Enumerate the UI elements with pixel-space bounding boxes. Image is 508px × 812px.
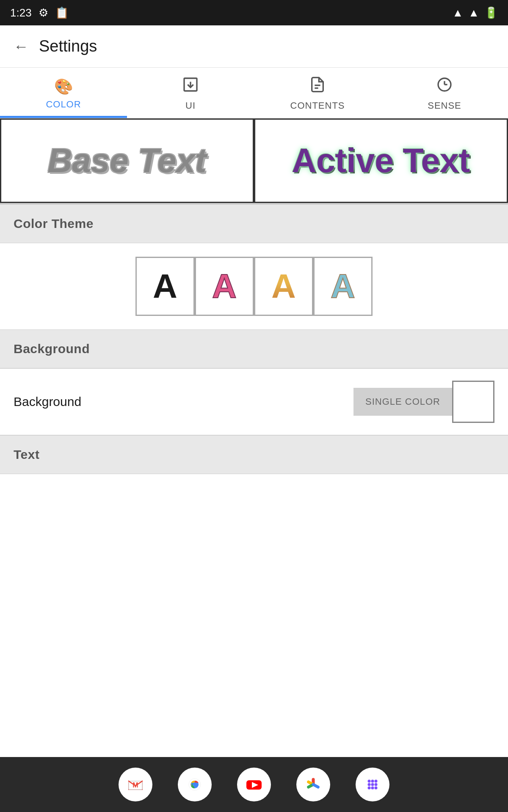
svg-point-22 <box>368 783 371 786</box>
color-theme-title: Color Theme <box>14 217 94 230</box>
nav-photos[interactable] <box>296 768 330 801</box>
base-text-preview: Base Text <box>0 118 254 203</box>
background-header: Background <box>0 329 508 368</box>
background-row: Background SINGLE COLOR <box>0 368 508 435</box>
signal-icon: ▲ <box>468 6 479 19</box>
color-theme-header: Color Theme <box>0 204 508 243</box>
theme-item-1[interactable]: A <box>135 257 195 316</box>
settings-icon: ⚙ <box>39 6 48 19</box>
text-header: Text <box>0 435 508 474</box>
tab-sense[interactable]: SENSE <box>381 68 508 118</box>
back-button[interactable]: ← <box>14 38 29 55</box>
app-bar: ← Settings <box>0 25 508 68</box>
bottom-nav: M <box>0 757 508 812</box>
theme-letter-plain: A <box>153 269 177 303</box>
color-theme-row: A A A A <box>0 243 508 329</box>
svg-point-13 <box>193 782 197 787</box>
status-bar: 1:23 ⚙ 📋 ▲ ▲ 🔋 <box>0 0 508 25</box>
background-label: Background <box>14 395 81 409</box>
theme-letter-blue-tan: A <box>331 269 355 303</box>
active-text-label: Active Text <box>292 141 470 180</box>
svg-point-20 <box>371 780 374 783</box>
text-title: Text <box>14 447 39 461</box>
svg-point-24 <box>375 783 378 786</box>
theme-letter-pink: A <box>212 269 237 303</box>
single-color-button[interactable]: SINGLE COLOR <box>353 388 452 416</box>
base-text-label: Base Text <box>48 141 207 180</box>
color-swatch[interactable] <box>452 381 494 423</box>
svg-point-21 <box>375 780 378 783</box>
background-title: Background <box>14 342 90 356</box>
svg-point-23 <box>371 783 374 786</box>
background-options: SINGLE COLOR <box>353 381 494 423</box>
nav-apps[interactable] <box>356 768 389 801</box>
tab-color[interactable]: 🎨 COLOR <box>0 68 127 118</box>
tabs-container: 🎨 COLOR UI CONTENTS <box>0 68 508 118</box>
svg-point-27 <box>375 787 378 790</box>
tab-ui-label: UI <box>185 100 196 111</box>
status-time: 1:23 <box>10 6 32 19</box>
text-preview: Base Text Active Text <box>0 118 508 204</box>
svg-text:M: M <box>133 782 138 789</box>
nav-gmail[interactable]: M <box>119 768 152 801</box>
document-icon <box>309 76 326 97</box>
tab-contents-label: CONTENTS <box>290 100 345 111</box>
theme-item-3[interactable]: A <box>254 257 313 316</box>
page-title: Settings <box>39 37 97 55</box>
clock-circle-icon <box>436 76 453 97</box>
tab-contents[interactable]: CONTENTS <box>254 68 381 118</box>
palette-icon: 🎨 <box>54 78 73 96</box>
tab-ui[interactable]: UI <box>127 68 254 118</box>
active-text-preview: Active Text <box>254 118 508 203</box>
tab-sense-label: SENSE <box>428 100 461 111</box>
download-box-icon <box>182 76 199 97</box>
theme-item-2[interactable]: A <box>195 257 254 316</box>
battery-icon: 🔋 <box>484 6 498 19</box>
main-content: Base Text Active Text Color Theme A A A … <box>0 118 508 529</box>
svg-point-26 <box>371 787 374 790</box>
theme-item-4[interactable]: A <box>313 257 373 316</box>
svg-point-25 <box>368 787 371 790</box>
nav-chrome[interactable] <box>178 768 212 801</box>
nav-youtube[interactable] <box>237 768 271 801</box>
tab-color-label: COLOR <box>46 99 81 110</box>
theme-letter-gradient: A <box>271 269 296 303</box>
svg-point-19 <box>368 780 371 783</box>
wifi-icon: ▲ <box>453 6 464 19</box>
clipboard-icon: 📋 <box>55 6 69 19</box>
